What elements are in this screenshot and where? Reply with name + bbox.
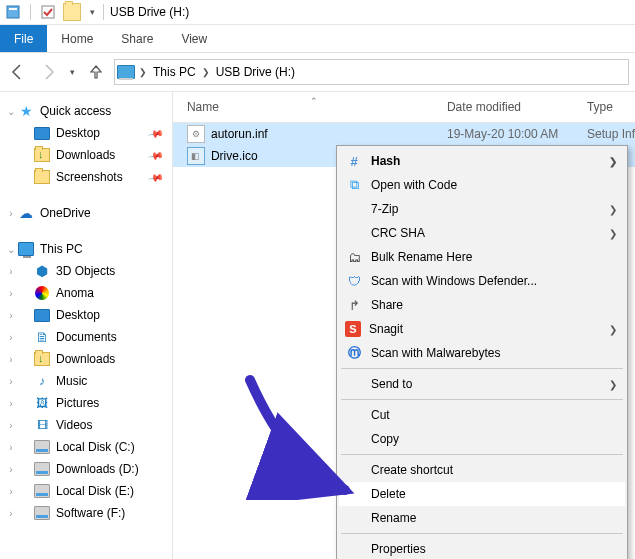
- chevron-right-icon: ❯: [609, 379, 617, 390]
- ctx-share[interactable]: ↱Share: [339, 293, 625, 317]
- ctx-rename[interactable]: Rename: [339, 506, 625, 530]
- address-bar[interactable]: ❯ This PC ❯ USB Drive (H:): [114, 59, 629, 85]
- sidebar-item-3d-objects[interactable]: ›⬢3D Objects: [4, 260, 168, 282]
- sort-ascending-icon: ⌃: [310, 96, 318, 106]
- sidebar-item-screenshots[interactable]: Screenshots📌: [4, 166, 168, 188]
- sidebar-item-downloads2[interactable]: ›Downloads: [4, 348, 168, 370]
- chevron-down-icon[interactable]: ⌄: [6, 244, 16, 255]
- sidebar-item-desktop2[interactable]: ›Desktop: [4, 304, 168, 326]
- sidebar-item-documents[interactable]: ›🗎Documents: [4, 326, 168, 348]
- chevron-right-icon[interactable]: ❯: [202, 67, 210, 77]
- qat-dropdown[interactable]: ▾: [87, 3, 97, 21]
- chevron-right-icon[interactable]: ›: [6, 354, 16, 365]
- disk-icon: [34, 506, 50, 520]
- ctx-copy[interactable]: Copy: [339, 427, 625, 451]
- forward-button[interactable]: [36, 60, 60, 84]
- chevron-right-icon[interactable]: ›: [6, 208, 16, 219]
- sidebar-item-anoma[interactable]: ›Anoma: [4, 282, 168, 304]
- ctx-7zip[interactable]: 7-Zip❯: [339, 197, 625, 221]
- ctx-properties[interactable]: Properties: [339, 537, 625, 559]
- downloads-icon: [34, 148, 50, 162]
- star-icon: ★: [18, 103, 34, 119]
- ctx-crc-sha[interactable]: CRC SHA❯: [339, 221, 625, 245]
- context-menu: #Hash❯ ⧉Open with Code 7-Zip❯ CRC SHA❯ 🗂…: [336, 145, 628, 559]
- recent-dropdown[interactable]: ▾: [66, 60, 78, 84]
- cube-icon: ⬢: [34, 263, 50, 279]
- breadcrumb-this-pc[interactable]: This PC: [151, 65, 198, 79]
- column-headers: ⌃Name Date modified Type: [173, 92, 635, 123]
- chevron-right-icon[interactable]: ›: [6, 486, 16, 497]
- chevron-right-icon[interactable]: ❯: [139, 67, 147, 77]
- window-title: USB Drive (H:): [106, 5, 189, 19]
- chevron-right-icon[interactable]: ›: [6, 332, 16, 343]
- ctx-cut[interactable]: Cut: [339, 403, 625, 427]
- sidebar-item-music[interactable]: ›♪Music: [4, 370, 168, 392]
- chevron-right-icon[interactable]: ›: [6, 376, 16, 387]
- documents-icon: 🗎: [34, 329, 50, 345]
- sidebar-item-pictures[interactable]: ›🖼Pictures: [4, 392, 168, 414]
- disk-icon: [34, 484, 50, 498]
- chevron-right-icon[interactable]: ›: [6, 398, 16, 409]
- sidebar-item-disk-c[interactable]: ›Local Disk (C:): [4, 436, 168, 458]
- chevron-right-icon[interactable]: ›: [6, 464, 16, 475]
- back-button[interactable]: [6, 60, 30, 84]
- chevron-right-icon[interactable]: ›: [6, 266, 16, 277]
- breadcrumb-drive[interactable]: USB Drive (H:): [214, 65, 297, 79]
- separator: [341, 454, 623, 455]
- file-date: 19-May-20 10:00 AM: [447, 127, 587, 141]
- tab-home[interactable]: Home: [47, 25, 107, 52]
- sidebar-item-videos[interactable]: ›🎞Videos: [4, 414, 168, 436]
- ctx-open-with-code[interactable]: ⧉Open with Code: [339, 173, 625, 197]
- svg-rect-0: [7, 6, 19, 18]
- separator: [341, 399, 623, 400]
- tab-share[interactable]: Share: [107, 25, 167, 52]
- column-header-type[interactable]: Type: [587, 100, 635, 114]
- chevron-right-icon[interactable]: ›: [6, 310, 16, 321]
- snagit-icon: S: [345, 321, 361, 337]
- sidebar-item-disk-d[interactable]: ›Downloads (D:): [4, 458, 168, 480]
- sidebar-item-disk-f[interactable]: ›Software (F:): [4, 502, 168, 524]
- chevron-right-icon: ❯: [609, 228, 617, 239]
- tab-view[interactable]: View: [167, 25, 221, 52]
- chevron-right-icon[interactable]: ›: [6, 420, 16, 431]
- ctx-malwarebytes[interactable]: ⓜScan with Malwarebytes: [339, 341, 625, 365]
- properties-qat-button[interactable]: [4, 3, 22, 21]
- ctx-delete[interactable]: Delete: [339, 482, 625, 506]
- folder-icon: [34, 170, 50, 184]
- sidebar-item-onedrive[interactable]: ›☁OneDrive: [4, 202, 168, 224]
- ctx-send-to[interactable]: Send to❯: [339, 372, 625, 396]
- malwarebytes-icon: ⓜ: [345, 344, 363, 362]
- pin-icon: 📌: [148, 147, 164, 163]
- separator: [341, 368, 623, 369]
- pin-icon: 📌: [148, 125, 164, 141]
- sidebar-item-desktop[interactable]: Desktop📌: [4, 122, 168, 144]
- column-header-name[interactable]: ⌃Name: [173, 100, 447, 114]
- navigation-bar: ▾ ❯ This PC ❯ USB Drive (H:): [0, 53, 635, 92]
- ctx-hash[interactable]: #Hash❯: [339, 149, 625, 173]
- hash-icon: #: [345, 152, 363, 170]
- quick-access-toolbar: ▾: [0, 3, 101, 21]
- select-qat-button[interactable]: [39, 3, 57, 21]
- disk-icon: [34, 462, 50, 476]
- up-button[interactable]: [84, 60, 108, 84]
- sidebar-item-this-pc[interactable]: ⌄This PC: [4, 238, 168, 260]
- ctx-create-shortcut[interactable]: Create shortcut: [339, 458, 625, 482]
- ctx-bulk-rename[interactable]: 🗂Bulk Rename Here: [339, 245, 625, 269]
- chevron-right-icon[interactable]: ›: [6, 288, 16, 299]
- tab-file[interactable]: File: [0, 25, 47, 52]
- sidebar-item-disk-e[interactable]: ›Local Disk (E:): [4, 480, 168, 502]
- bulk-rename-icon: 🗂: [345, 248, 363, 266]
- pictures-icon: 🖼: [34, 395, 50, 411]
- disk-icon: [34, 440, 50, 454]
- chevron-right-icon[interactable]: ›: [6, 442, 16, 453]
- pin-icon: 📌: [148, 169, 164, 185]
- chevron-right-icon[interactable]: ›: [6, 508, 16, 519]
- column-header-date[interactable]: Date modified: [447, 100, 587, 114]
- ctx-snagit[interactable]: SSnagit❯: [339, 317, 625, 341]
- sidebar-item-downloads[interactable]: Downloads📌: [4, 144, 168, 166]
- chevron-down-icon[interactable]: ⌄: [6, 106, 16, 117]
- sidebar-item-quick-access[interactable]: ⌄★Quick access: [4, 100, 168, 122]
- file-row[interactable]: ⚙autorun.inf 19-May-20 10:00 AM Setup In…: [173, 123, 635, 145]
- ctx-defender[interactable]: 🛡Scan with Windows Defender...: [339, 269, 625, 293]
- desktop-icon: [34, 127, 50, 140]
